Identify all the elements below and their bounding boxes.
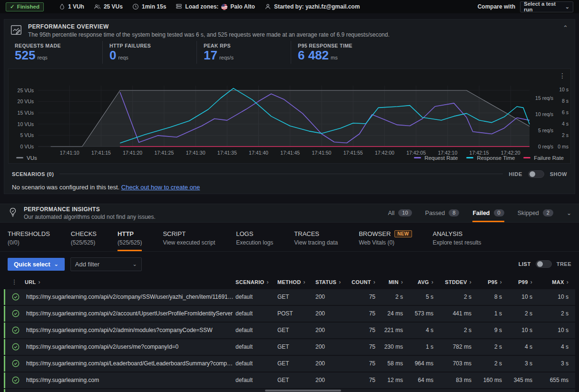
column-header-count[interactable]: COUNT› <box>349 279 382 285</box>
run-metric-label: Started by: yazhi.fz@gmail.com <box>274 3 360 10</box>
min-cell: 24 ms <box>382 310 410 317</box>
url-cell: https://my.sugarlearning.com/api/v2/admi… <box>26 327 236 333</box>
tab-browser[interactable]: BROWSERNEW Web Vitals (0) <box>359 230 412 251</box>
p99-cell: 4 s <box>509 343 539 350</box>
collapse-section-icon[interactable]: ⌃ <box>563 24 568 31</box>
quick-select-button[interactable]: Quick select ⌄ <box>8 258 65 271</box>
table-row[interactable]: https://my.sugarlearning.com/api/Leaderb… <box>4 356 575 372</box>
column-header-url[interactable]: URL› <box>25 279 236 285</box>
insights-filter-passed[interactable]: Passed8 <box>425 204 460 222</box>
add-filter-select[interactable]: Add filter ⌄ <box>70 257 142 271</box>
compare-with: Compare with Select a test run ⌄ <box>478 1 573 12</box>
run-metric: 1 VUh <box>59 3 84 10</box>
url-cell: https://my.sugarlearning.com/api/Leaderb… <box>26 360 236 367</box>
load-zone-name: Palo Alto <box>230 3 255 10</box>
stat-unit: ms <box>331 55 338 60</box>
tab-title: CHECKS <box>71 230 97 237</box>
chart-kebab-menu-icon[interactable]: ⋮ <box>559 72 566 79</box>
column-header-min[interactable]: MIN› <box>382 279 410 285</box>
tab-title: ANALYSIS <box>433 230 463 237</box>
tab-analysis[interactable]: ANALYSIS Explore test results <box>433 230 481 251</box>
method-cell: GET <box>277 294 315 300</box>
count-cell: 75 <box>349 310 382 317</box>
tab-http[interactable]: HTTP (525/525) <box>118 230 142 251</box>
tab-checks[interactable]: CHECKS (525/525) <box>71 230 97 251</box>
insights-collapse-icon[interactable]: ⌄ <box>567 204 571 222</box>
p99-cell: 3 s <box>509 360 539 367</box>
x-axis-tick: 17:42:15 <box>463 150 495 156</box>
sort-chevron-icon: › <box>303 279 305 285</box>
tab-traces[interactable]: TRACES View tracing data <box>294 230 338 251</box>
stat-unit: reqs/s <box>219 55 234 60</box>
time-axis-tick: 8 s <box>555 98 569 104</box>
legend-item[interactable]: VUs <box>16 155 37 161</box>
x-axis-tick: 17:42:00 <box>368 150 401 156</box>
tab-logs[interactable]: LOGS Execution logs <box>236 230 273 251</box>
count-cell: 75 <box>349 343 382 350</box>
rps-axis-tick: 0 req/s <box>531 144 553 149</box>
sort-chevron-icon: › <box>266 279 268 285</box>
legend-swatch <box>16 157 23 158</box>
scenarios-message-text: No scenario was configured in this test. <box>12 184 121 191</box>
column-header-method[interactable]: METHOD› <box>277 279 315 285</box>
legend-item[interactable]: Request Rate <box>414 155 458 161</box>
legend-item[interactable]: Failure Rate <box>523 155 564 161</box>
scenarios-hide-show-toggle[interactable] <box>528 170 544 178</box>
table-row[interactable]: https://my.sugarlearning.com/api/v2/acco… <box>4 306 575 322</box>
x-axis-tick: 17:41:30 <box>179 150 212 156</box>
legend-item[interactable]: Response Time <box>466 155 515 161</box>
table-row[interactable]: https://my.sugarlearning.com/api/v2/user… <box>4 339 575 355</box>
overview-chart: ⋮ VUsRequest RateResponse TimeFailure Ra… <box>8 69 571 164</box>
success-check-icon <box>5 360 26 367</box>
insights-filter-all[interactable]: All10 <box>388 204 412 222</box>
run-metric: 25 VUs <box>94 3 123 10</box>
insights-filter-skipped[interactable]: Skipped2 <box>518 204 553 222</box>
status-cell: 200 <box>315 343 349 350</box>
status-cell: 200 <box>315 360 349 367</box>
max-cell: 10 s <box>539 294 575 300</box>
column-header-scenario[interactable]: SCENARIO› <box>236 279 277 285</box>
table-row[interactable]: https://my.sugarlearning.com/api/v2/admi… <box>4 323 575 338</box>
column-header-status[interactable]: STATUS› <box>315 279 349 285</box>
compare-select[interactable]: Select a test run ⌄ <box>520 1 573 12</box>
scenario-cell: default <box>236 377 277 383</box>
stat-unit: reqs <box>37 55 47 60</box>
min-cell: 12 ms <box>382 377 410 383</box>
p95-cell: 2 s <box>478 343 509 350</box>
method-cell: POST <box>277 310 315 317</box>
stddev-cell: 2 s <box>440 327 478 333</box>
table-kebab-menu-icon[interactable]: ⋮ <box>4 278 25 285</box>
column-header-p95[interactable]: P95› <box>478 279 509 285</box>
column-header-max[interactable]: MAX› <box>539 279 575 285</box>
vus-axis-tick: 15 VUs <box>9 110 34 116</box>
sort-chevron-icon: › <box>500 279 502 285</box>
table-row[interactable]: https://my.sugarlearning.comdefaultGET20… <box>4 372 575 388</box>
performance-overview-panel: PERFORMANCE OVERVIEW The 95th percentile… <box>4 19 575 194</box>
create-scenario-link[interactable]: Check out how to create one <box>121 184 200 191</box>
x-axis-tick: 17:41:40 <box>243 150 275 156</box>
tab-subtitle: (0/0) <box>8 239 50 246</box>
success-check-icon <box>5 343 26 351</box>
column-header-avg[interactable]: AVG› <box>410 279 440 285</box>
list-tree-toggle[interactable] <box>536 260 552 268</box>
tab-script[interactable]: SCRIPT View executed script <box>163 230 215 251</box>
stddev-cell: 782 ms <box>440 343 478 350</box>
overview-chart-canvas[interactable] <box>38 86 530 147</box>
filter-count-badge: 2 <box>543 209 553 216</box>
column-header-p99[interactable]: P99› <box>509 279 539 285</box>
max-cell: 10 s <box>539 327 575 333</box>
avg-cell: 4 s <box>410 327 440 333</box>
topbar: ✓ Finished 1 VUh25 VUs1min 15sLoad zones… <box>0 0 579 13</box>
compare-select-value: Select a test run <box>524 1 565 12</box>
tab-thresholds[interactable]: THRESHOLDS (0/0) <box>8 230 50 251</box>
insights-filter-failed[interactable]: Failed0 <box>472 204 504 222</box>
table-row[interactable]: https://my.sugarlearning.com/api/v2/comp… <box>4 289 575 305</box>
horizontal-scrollbar-thumb[interactable] <box>265 390 341 392</box>
status-cell: 200 <box>315 310 349 317</box>
time-axis-tick: 0 ms <box>555 144 569 149</box>
column-header-stddev[interactable]: STDDEV› <box>440 279 478 285</box>
divider <box>59 174 503 174</box>
compare-label: Compare with <box>478 3 515 10</box>
list-label: LIST <box>519 261 531 267</box>
chart-legend: VUsRequest RateResponse TimeFailure Rate <box>16 155 564 161</box>
